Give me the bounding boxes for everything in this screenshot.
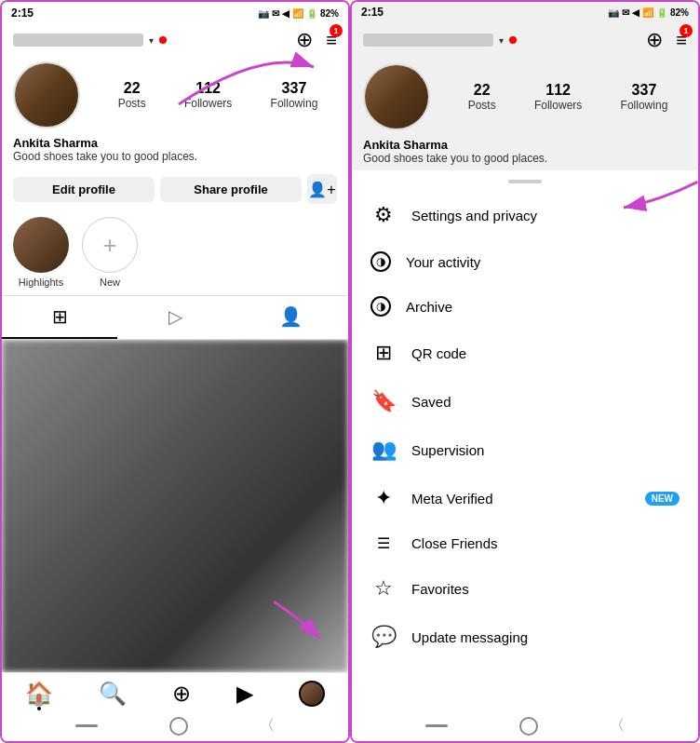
right-menu-metaverified[interactable]: ✦ Meta Verified NEW [352,474,698,522]
left-followers-stat[interactable]: 112 Followers [184,80,232,110]
right-profile-stats: 22 Posts 112 Followers 337 Following [352,58,698,136]
left-tab-tagged-icon: 👤 [279,305,303,328]
left-grid-image [2,340,348,672]
right-username-blurred [363,34,493,47]
left-activity-dot [159,36,167,44]
left-tab-reels[interactable]: ▷ [117,296,233,339]
left-gesture-circle [169,717,188,736]
left-highlight-item-new[interactable]: + New [82,217,138,288]
right-sheet-handle [508,180,542,183]
left-profile-stats: 22 Posts 112 Followers 337 Following [2,56,348,134]
right-settings-label: Settings and privacy [411,208,537,223]
left-profile-header: ▾ ⊕ ≡ 1 [2,24,348,56]
right-followers-stat[interactable]: 112 Followers [534,82,582,112]
right-activity-dot [509,36,517,44]
right-stats-group: 22 Posts 112 Followers 337 Following [449,82,687,112]
right-qrcode-icon: ⊞ [370,341,397,365]
left-nav-reels-icon[interactable]: ▶ [236,681,253,707]
left-edit-profile-button[interactable]: Edit profile [13,177,155,202]
left-tab-tagged[interactable]: 👤 [233,296,348,339]
left-tab-reels-icon: ▷ [168,305,182,328]
left-username-blurred [13,34,143,47]
right-gesture-back: 〈 [610,716,625,736]
right-time: 2:15 [361,6,384,19]
right-profile-header: ▾ ⊕ ≡ 1 [352,24,698,58]
right-menu-settings[interactable]: ⚙ Settings and privacy [352,191,698,239]
left-posts-stat[interactable]: 22 Posts [118,80,146,110]
right-posts-label: Posts [468,99,496,112]
right-menu-supervision[interactable]: 👥 Supervision [352,426,698,474]
right-menu-favorites[interactable]: ☆ Favorites [352,564,698,613]
right-qrcode-label: QR code [411,345,466,361]
left-gesture-lines [75,724,98,727]
right-dropdown-icon[interactable]: ▾ [499,35,504,46]
left-header-icons: ⊕ ≡ 1 [296,28,337,52]
right-menu-activity[interactable]: ◑ Your activity [352,239,698,284]
right-metaverified-badge: NEW [645,492,680,506]
right-menu-updatemessaging[interactable]: 💬 Update messaging [352,613,698,661]
left-following-label: Following [271,97,318,110]
left-tabs-row: ⊞ ▷ 👤 [2,295,348,340]
left-status-bar: 2:15 📷 ✉ ◀ 📶 🔋 82% [2,2,348,24]
left-nav-search-icon[interactable]: 🔍 [99,681,127,707]
right-gesture-circle [519,717,538,736]
left-highlight-plus-icon: + [102,231,116,260]
right-favorites-label: Favorites [411,581,469,597]
right-add-icon[interactable]: ⊕ [646,28,663,52]
right-settings-icon: ⚙ [370,203,397,227]
left-tab-grid-icon: ⊞ [52,305,68,328]
right-updatemessaging-icon: 💬 [370,625,397,649]
left-dropdown-icon[interactable]: ▾ [149,35,154,46]
left-highlight-item-0[interactable]: Highlights [13,217,69,288]
right-following-stat[interactable]: 337 Following [621,82,668,112]
left-share-profile-button[interactable]: Share profile [160,177,302,202]
right-avatar[interactable] [363,63,430,130]
right-username-bar: ▾ [363,34,517,47]
left-highlight-circle-0 [13,217,69,273]
right-profile-info: Ankita Sharma Good shoes take you to goo… [352,136,698,170]
left-grid-content [2,340,348,672]
left-panel: 2:15 📷 ✉ ◀ 📶 🔋 82% ▾ ⊕ ≡ 1 [0,0,350,743]
right-metaverified-icon: ✦ [370,486,397,510]
right-saved-icon: 🔖 [370,389,397,413]
right-posts-count: 22 [474,82,491,99]
left-menu-icon[interactable]: ≡ 1 [326,28,337,52]
left-menu-badge: 1 [330,24,343,37]
right-supervision-icon: 👥 [370,438,397,462]
left-tab-grid[interactable]: ⊞ [2,296,117,339]
left-gesture-bar: 〈 [2,710,348,741]
left-username-bar: ▾ [13,34,167,47]
right-status-icons: 📷 ✉ ◀ 📶 🔋 82% [608,7,689,18]
left-nav-avatar[interactable] [299,681,325,707]
left-highlight-label-0: Highlights [19,277,63,288]
right-metaverified-label: Meta Verified [411,491,493,507]
left-following-count: 337 [282,80,307,97]
right-gesture-lines [425,724,448,727]
left-add-person-button[interactable]: 👤+ [307,174,337,204]
right-menu-archive[interactable]: ◑ Archive [352,284,698,329]
right-archive-icon: ◑ [370,296,391,317]
left-nav-add-icon[interactable]: ⊕ [172,681,191,707]
right-saved-label: Saved [411,394,451,410]
left-nav-home-icon[interactable]: 🏠 [25,681,53,707]
left-following-stat[interactable]: 337 Following [271,80,318,110]
left-bottom-nav: 🏠 🔍 ⊕ ▶ [2,672,348,710]
right-menu-icon[interactable]: ≡ 1 [676,28,687,52]
right-favorites-icon: ☆ [370,576,397,601]
left-profile-name: Ankita Sharma [13,136,337,150]
left-add-person-icon: 👤+ [308,181,335,198]
left-profile-info: Ankita Sharma Good shoes take you to goo… [2,134,348,169]
right-activity-icon: ◑ [370,251,391,272]
right-menu-sheet: ⚙ Settings and privacy ◑ Your activity ◑… [352,170,698,710]
right-closefriends-icon: ☰ [370,534,397,552]
left-avatar[interactable] [13,61,80,128]
left-stats-group: 22 Posts 112 Followers 337 Following [99,80,337,110]
left-highlight-new-circle: + [82,217,138,273]
right-menu-qrcode[interactable]: ⊞ QR code [352,329,698,377]
left-add-icon[interactable]: ⊕ [296,28,313,52]
right-menu-closefriends[interactable]: ☰ Close Friends [352,522,698,564]
right-menu-saved[interactable]: 🔖 Saved [352,377,698,426]
right-profile-bio: Good shoes take you to good places. [363,152,687,165]
right-menu-badge: 1 [680,24,693,37]
right-posts-stat[interactable]: 22 Posts [468,82,496,112]
